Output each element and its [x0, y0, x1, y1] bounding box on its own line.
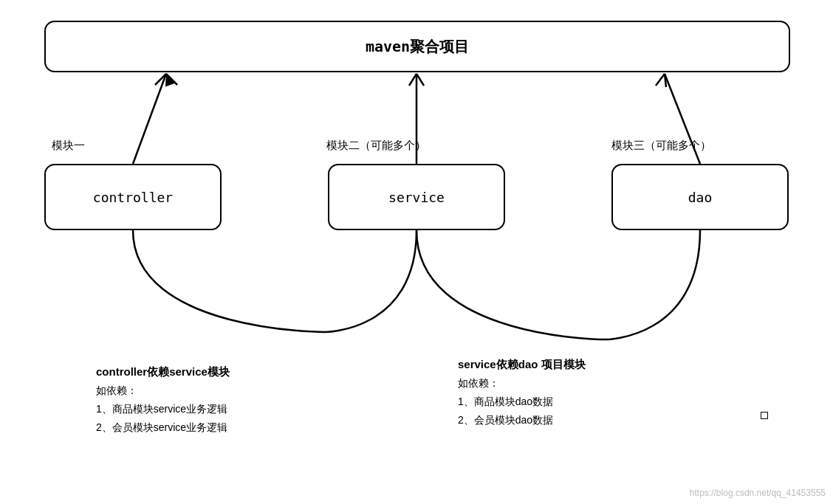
svg-line-8 — [656, 74, 665, 86]
desc-controller-item-2: 2、会员模块service业务逻辑 — [96, 418, 230, 437]
svg-marker-1 — [161, 72, 175, 87]
service-label: service — [388, 190, 445, 205]
desc-service-sub: 如依赖： — [458, 374, 586, 393]
dao-label: dao — [688, 190, 713, 205]
desc-controller-item-1: 1、商品模块service业务逻辑 — [96, 400, 230, 418]
top-box: maven聚合项目 — [44, 21, 790, 72]
dao-box: dao — [611, 164, 789, 230]
controller-label: controller — [93, 190, 173, 205]
desc-service: service依赖dao 项目模块 如依赖： 1、商品模块dao数据 2、会员模… — [458, 354, 586, 430]
top-box-label: maven聚合项目 — [366, 37, 469, 57]
desc-service-item-1: 1、商品模块dao数据 — [458, 393, 586, 411]
svg-line-5 — [409, 74, 417, 86]
svg-line-6 — [417, 74, 424, 86]
svg-line-9 — [665, 74, 666, 87]
module-title-dao: 模块三（可能多个） — [611, 139, 711, 153]
desc-controller-sub: 如依赖： — [96, 382, 230, 400]
module-title-service: 模块二（可能多个） — [326, 139, 426, 153]
watermark: https://blog.csdn.net/qq_41453555 — [690, 488, 826, 498]
desc-service-item-2: 2、会员模块dao数据 — [458, 411, 586, 429]
desc-service-bold: service依赖dao 项目模块 — [458, 354, 586, 374]
controller-box: controller — [44, 164, 222, 230]
diagram-container: maven聚合项目 模块一 模块二（可能多个） 模块三（可能多个） contro… — [0, 0, 833, 504]
svg-line-2 — [155, 74, 166, 85]
svg-line-0 — [133, 74, 166, 164]
desc-controller-bold: controller依赖service模块 — [96, 362, 230, 382]
svg-line-3 — [166, 74, 177, 85]
desc-controller: controller依赖service模块 如依赖： 1、商品模块service… — [96, 362, 230, 438]
module-title-controller: 模块一 — [52, 139, 85, 153]
small-square-decoration — [761, 412, 768, 419]
service-box: service — [328, 164, 505, 230]
